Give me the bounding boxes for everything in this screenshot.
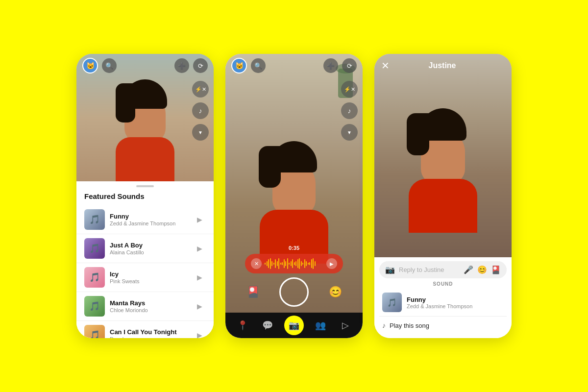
wbar [301,261,302,266]
track-info-justboy: Just A Boy Alaina Castillo [110,242,188,255]
sticker-icon[interactable]: 🎴 [491,265,501,274]
contact-name: Justine [428,61,456,70]
wbar [267,261,268,266]
play-callyou-button[interactable]: ▶ [193,329,206,338]
track-artist-justboy: Alaina Castillo [110,249,188,255]
wbar [275,259,276,268]
camera-nav-button[interactable]: 📷 [284,316,304,335]
wbar [277,261,278,266]
chat-icon[interactable]: 💬 [260,318,275,333]
track-info-icy: Icy Pink Sweats [110,270,188,284]
track-artist-funny: Zedd & Jasmine Thompson [110,220,188,226]
wbar [304,259,305,268]
emoji-icon[interactable]: 😊 [477,265,487,274]
search-button-1[interactable]: 🔍 [102,58,117,73]
list-item[interactable]: 🎵 Can I Call You Tonight Dayglow ▶ [76,321,214,338]
track-thumbnail-callyou: 🎵 [84,325,105,338]
sound-label: SOUND [379,281,507,287]
wbar [311,259,312,268]
wbar [292,259,293,268]
camera-viewfinder-2: 🐱 🔍 ➕ ⟳ ⚡✕ ♪ ▼ 0:35 ✕ [225,54,363,313]
play-this-label: Play this song [390,322,429,329]
song-artist: Zedd & Jasmine Thompson [407,303,504,309]
top-bar-3: ✕ Justine [374,54,512,77]
track-name-icy: Icy [110,270,188,278]
map-icon[interactable]: 📍 [235,318,250,333]
search-button-2[interactable]: 🔍 [251,58,266,73]
wbar [265,263,266,265]
track-name-callyou: Can I Call You Tonight [110,328,188,336]
waveform-play-button[interactable]: ▶ [326,258,337,269]
song-name: Funny [407,296,504,303]
wbar [271,261,272,266]
song-info: Funny Zedd & Jasmine Thompson [407,296,504,309]
wbar [273,263,274,265]
side-controls-1: ⚡✕ ♪ ▼ [192,81,209,141]
avatar-1[interactable]: 🐱 [82,58,98,74]
track-artist-icy: Pink Sweats [110,278,188,284]
list-item[interactable]: 🎵 Icy Pink Sweats ▶ [76,263,214,292]
play-funny-button[interactable]: ▶ [193,213,206,226]
wbar [297,259,298,268]
track-thumbnail-manta: 🎵 [84,296,105,317]
wbar [308,263,309,265]
wbar [294,262,295,265]
wbar [285,261,286,266]
wbar [315,261,316,266]
sticker-button-2[interactable]: 🎴 [244,283,262,301]
record-controls: 🎴 😊 [225,277,363,307]
wbar [282,262,283,265]
avatar-2[interactable]: 🐱 [231,58,247,74]
add-friend-button-2[interactable]: ➕ [323,58,338,73]
chevron-down-button-1[interactable]: ▼ [192,124,209,141]
list-item[interactable]: 🎵 Manta Rays Chloe Moriondo ▶ [76,292,214,321]
play-this-row[interactable]: ♪ Play this song [379,317,507,334]
add-friend-button-1[interactable]: ➕ [174,58,189,73]
bottom-nav: 📍 💬 📷 👥 ▷ [225,313,363,338]
music-button-1[interactable]: ♪ [192,102,209,119]
track-thumbnail-icy: 🎵 [84,267,105,288]
reply-icons: 🎤 😊 🎴 [464,265,501,274]
wbar [291,261,292,266]
stories-icon[interactable]: ▷ [338,318,353,333]
list-item[interactable]: 🎵 Just A Boy Alaina Castillo ▶ [76,234,214,263]
flip-camera-button-2[interactable]: ⟳ [342,58,357,73]
close-waveform-button[interactable]: ✕ [251,258,262,269]
wbar [313,258,314,269]
friends-icon[interactable]: 👥 [313,318,328,333]
waveform-container[interactable]: ✕ [245,254,343,273]
flash-off-button-2[interactable]: ⚡✕ [341,81,358,98]
track-info-manta: Manta Rays Chloe Moriondo [110,299,188,313]
record-button[interactable] [279,277,309,307]
list-item[interactable]: 🎵 Funny Zedd & Jasmine Thompson ▶ [76,205,214,234]
reply-text-input[interactable]: Reply to Justine [399,266,460,273]
wbar [280,263,281,265]
wbar [287,258,288,269]
waveform-bars [265,258,323,270]
wbar [270,258,271,269]
waveform-overlay: 0:35 ✕ [225,245,363,273]
track-thumbnail-justboy: 🎵 [84,238,105,259]
play-manta-button[interactable]: ▶ [193,300,206,313]
close-button-3[interactable]: ✕ [381,60,390,72]
play-justboy-button[interactable]: ▶ [193,242,206,255]
track-artist-manta: Chloe Moriondo [110,307,188,313]
music-button-2[interactable]: ♪ [341,102,358,119]
reply-panel: 📷 Reply to Justine 🎤 😊 🎴 SOUND 🎵 Funny Z… [374,257,512,338]
flip-camera-button-1[interactable]: ⟳ [193,58,208,73]
play-icy-button[interactable]: ▶ [193,271,206,284]
mic-icon[interactable]: 🎤 [464,265,473,274]
emoji-button-2[interactable]: 😊 [326,283,344,301]
top-bar-right-2: ➕ ⟳ [323,58,357,73]
wbar [295,261,296,266]
reply-input-row[interactable]: 📷 Reply to Justine 🎤 😊 🎴 [379,261,507,278]
chevron-down-button-2[interactable]: ▼ [341,124,358,141]
song-card: 🎵 Funny Zedd & Jasmine Thompson [379,289,507,317]
drag-handle[interactable] [136,185,154,187]
wbar [299,258,300,269]
phone-featured-sounds: 🐱 🔍 ➕ ⟳ ⚡✕ ♪ ▼ Featured Sounds 🎵 Funny Z… [76,54,214,338]
camera-small-icon[interactable]: 📷 [385,265,395,274]
track-thumbnail-funny: 🎵 [84,209,105,230]
music-note-icon: ♪ [382,321,386,329]
flash-off-button-1[interactable]: ⚡✕ [192,81,209,98]
